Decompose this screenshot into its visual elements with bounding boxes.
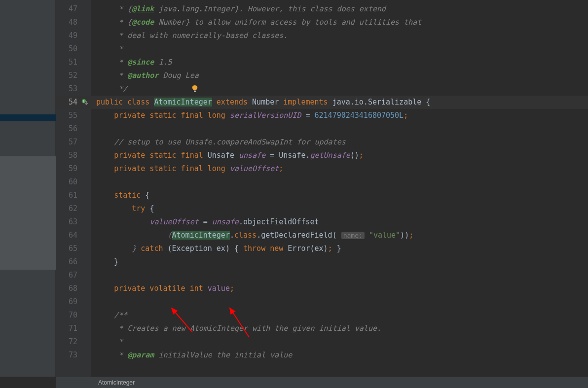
code-line-68[interactable]: private volatile int value; xyxy=(91,282,588,295)
gutter-line-72[interactable]: 72 xyxy=(56,335,91,349)
code-line-49[interactable]: * deal with numerically-based classes. xyxy=(91,29,588,42)
code-line-65[interactable]: } catch (Exception ex) { throw new Error… xyxy=(91,242,588,255)
code-line-63[interactable]: valueOffset = unsafe.objectFieldOffset xyxy=(91,215,588,229)
code-line-54[interactable]: public class AtomicInteger extends Numbe… xyxy=(91,96,588,109)
gutter-line-61[interactable]: 61⌄ xyxy=(56,189,91,202)
gutter-line-49[interactable]: 49 xyxy=(56,29,91,42)
gutter-line-52[interactable]: 52 xyxy=(56,69,91,82)
code-line-50[interactable]: * xyxy=(91,42,588,56)
code-line-60[interactable] xyxy=(91,176,588,189)
gutter-line-58[interactable]: 58 xyxy=(56,149,91,162)
gutter-line-71[interactable]: 71 xyxy=(56,322,91,335)
gutter-line-60[interactable]: 60 xyxy=(56,176,91,189)
code-line-58[interactable]: private static final Unsafe unsafe = Uns… xyxy=(91,149,588,162)
code-line-70[interactable]: /** xyxy=(91,309,588,322)
breadcrumb-item[interactable]: AtomicInteger xyxy=(98,379,135,386)
code-line-71[interactable]: * Creates a new AtomicInteger with the g… xyxy=(91,322,588,335)
gutter-line-50[interactable]: 50 xyxy=(56,42,91,56)
code-line-59[interactable]: private static final long valueOffset; xyxy=(91,162,588,176)
gutter-line-73[interactable]: 73 xyxy=(56,349,91,362)
code-line-67[interactable] xyxy=(91,269,588,282)
code-line-73[interactable]: * @param initialValue the initial value xyxy=(91,349,588,362)
code-line-57[interactable]: // setup to use Unsafe.compareAndSwapInt… xyxy=(91,136,588,149)
project-pane xyxy=(0,0,56,377)
gutter-line-66[interactable]: 66⌃ xyxy=(56,255,91,269)
gutter[interactable]: 4647484950515253⌃54 I –55565758596061⌄62… xyxy=(56,0,91,377)
code-line-62[interactable]: try { xyxy=(91,202,588,215)
code-line-66[interactable]: } xyxy=(91,255,588,269)
gutter-line-48[interactable]: 48 xyxy=(56,16,91,29)
code-line-48[interactable]: * {@code Number} to allow uniform access… xyxy=(91,16,588,29)
gutter-line-64[interactable]: 64 xyxy=(56,229,91,242)
project-pane-scroll-region[interactable] xyxy=(0,156,56,270)
code-line-52[interactable]: * @author Doug Lea xyxy=(91,69,588,82)
gutter-line-57[interactable]: 57 xyxy=(56,136,91,149)
gutter-line-63[interactable]: 63 xyxy=(56,215,91,229)
code-line-69[interactable] xyxy=(91,295,588,309)
gutter-line-59[interactable]: 59 xyxy=(56,162,91,176)
code-line-53[interactable]: */ xyxy=(91,82,588,96)
svg-rect-4 xyxy=(194,91,196,92)
gutter-line-70[interactable]: 70⌄ xyxy=(56,309,91,322)
code-line-56[interactable] xyxy=(91,122,588,136)
project-pane-top xyxy=(0,0,55,114)
gutter-line-56[interactable]: 56 xyxy=(56,122,91,136)
code-line-64[interactable]: (AtomicInteger.class.getDeclaredField( n… xyxy=(91,229,588,242)
breadcrumb[interactable]: AtomicInteger xyxy=(56,377,588,388)
intention-bulb-icon[interactable] xyxy=(191,85,198,95)
code-area[interactable]: * incremented counters, and cannot be us… xyxy=(91,0,588,377)
code-line-61[interactable]: static { xyxy=(91,189,588,202)
implements-icon[interactable]: I xyxy=(81,99,88,106)
gutter-line-62[interactable]: 62⌄ xyxy=(56,202,91,215)
gutter-line-67[interactable]: 67 xyxy=(56,269,91,282)
gutter-line-69[interactable]: 69 xyxy=(56,295,91,309)
gutter-line-68[interactable]: 68 xyxy=(56,282,91,295)
code-line-72[interactable]: * xyxy=(91,335,588,349)
gutter-line-51[interactable]: 51 xyxy=(56,56,91,69)
gutter-line-65[interactable]: 65⌃ xyxy=(56,242,91,255)
editor-container: 4647484950515253⌃54 I –55565758596061⌄62… xyxy=(0,0,588,377)
gutter-line-54[interactable]: 54 I – xyxy=(56,96,91,109)
gutter-line-53[interactable]: 53⌃ xyxy=(56,82,91,96)
svg-text:I: I xyxy=(83,100,84,103)
project-pane-selection[interactable] xyxy=(0,114,56,121)
gutter-line-47[interactable]: 47 xyxy=(56,2,91,16)
code-line-51[interactable]: * @since 1.5 xyxy=(91,56,588,69)
code-line-55[interactable]: private static final long serialVersionU… xyxy=(91,109,588,122)
code-line-47[interactable]: * {@link java.lang.Integer}. However, th… xyxy=(91,2,588,16)
gutter-line-55[interactable]: 55 xyxy=(56,109,91,122)
